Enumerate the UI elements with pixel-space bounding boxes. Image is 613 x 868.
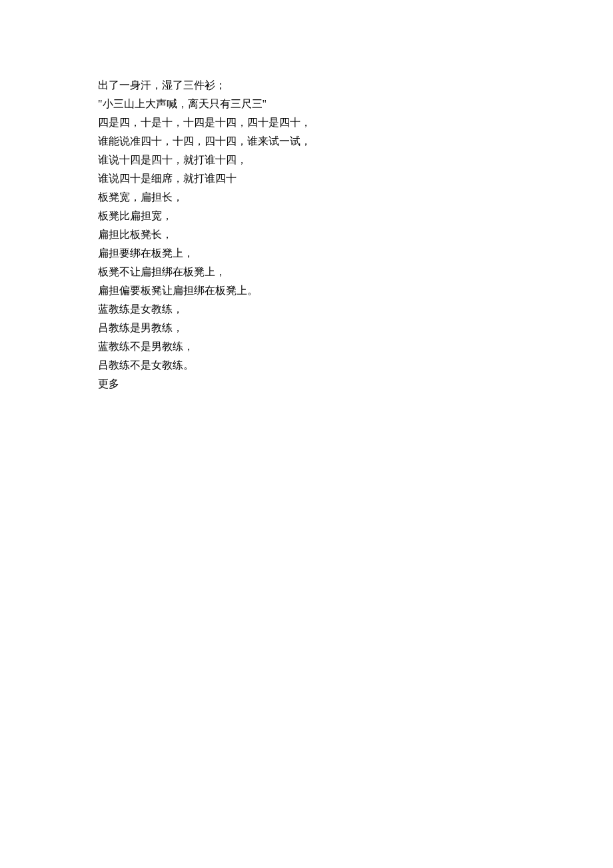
text-line: 扁担偏要板凳让扁担绑在板凳上。 bbox=[98, 281, 613, 300]
text-line: 谁说四十是细席，就打谁四十 bbox=[98, 169, 613, 188]
document-page: 出了一身汗，湿了三件衫； "小三山上大声喊，离天只有三尺三" 四是四，十是十，十… bbox=[0, 0, 613, 868]
text-line: 板凳宽，扁担长， bbox=[98, 188, 613, 207]
text-line: 蓝教练不是男教练， bbox=[98, 337, 613, 356]
text-line: 板凳比扁担宽， bbox=[98, 207, 613, 225]
text-line: 吕教练是男教练， bbox=[98, 319, 613, 337]
text-line: 更多 bbox=[98, 375, 613, 393]
text-line: 谁能说准四十，十四，四十四，谁来试一试， bbox=[98, 132, 613, 151]
text-line: 扁担比板凳长， bbox=[98, 225, 613, 244]
text-line: 蓝教练是女教练， bbox=[98, 300, 613, 319]
text-line: "小三山上大声喊，离天只有三尺三" bbox=[98, 95, 613, 113]
text-line: 谁说十四是四十，就打谁十四， bbox=[98, 151, 613, 169]
text-line: 扁担要绑在板凳上， bbox=[98, 244, 613, 263]
text-line: 吕教练不是女教练。 bbox=[98, 356, 613, 375]
text-line: 板凳不让扁担绑在板凳上， bbox=[98, 263, 613, 281]
text-line: 四是四，十是十，十四是十四，四十是四十， bbox=[98, 113, 613, 132]
text-line: 出了一身汗，湿了三件衫； bbox=[98, 76, 613, 95]
